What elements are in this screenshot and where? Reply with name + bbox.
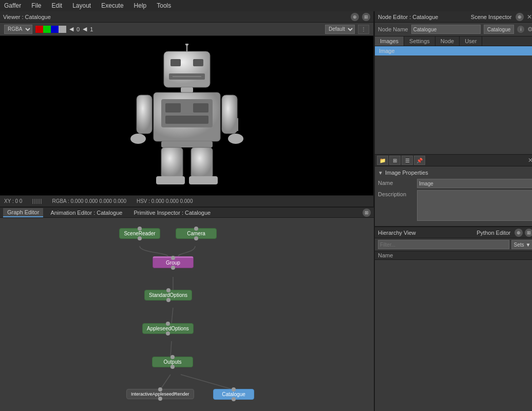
node-port-group-bottom [171,266,175,270]
node-editor-title: Node Editor : Catalogue [378,14,438,20]
menu-help[interactable]: Help [132,1,149,10]
sets-btn[interactable]: Sets ▼ [511,240,532,249]
value2-display: 1 [90,26,93,32]
svg-rect-10 [165,103,181,113]
node-port-irender-bottom [158,397,162,401]
svg-line-24 [172,308,173,323]
tab-primitive-inspector[interactable]: Primitive Inspector : Catalogue [129,209,215,217]
tab-graph-editor[interactable]: Graph Editor [3,208,43,217]
main-layout: Viewer : Catalogue ⊕ ⊞ RGBA ◀ 0 ◀ 1 [0,11,532,411]
svg-rect-7 [181,87,193,92]
hierarchy-header: Hierarchy View Python Editor ⊕ ⊞ [375,227,532,238]
viewer-pin-btn[interactable]: ⊕ [351,13,359,21]
svg-rect-19 [161,147,183,178]
svg-rect-13 [137,95,152,134]
tab-user[interactable]: User [460,36,482,46]
node-editor-header: Node Editor : Catalogue Scene Inspector … [375,11,532,23]
python-editor-title: Python Editor [477,230,510,236]
chevron-icon[interactable]: ▼ [378,170,383,176]
image-properties: ▼ Image Properties Name Description [375,166,532,226]
node-port-outputs-bottom [170,365,175,369]
svg-rect-2 [193,59,203,66]
left-panel: Viewer : Catalogue ⊕ ⊞ RGBA ◀ 0 ◀ 1 [0,11,374,411]
scene-inspector-title: Scene Inspector [471,14,512,20]
tab-animation-editor[interactable]: Animation Editor : Catalogue [46,209,126,217]
node-standard-options[interactable]: StandardOptions [144,290,192,301]
tab-images[interactable]: Images [375,36,404,46]
toolbar-copy-btn[interactable]: ⊞ [389,156,401,165]
triangle-icon2: ◀ [83,26,87,32]
prop-desc-row: Description [378,190,532,221]
toolbar-list-btn[interactable]: ☰ [402,156,413,165]
viewer-settings-btn[interactable]: ⋮ [358,25,369,34]
prop-desc-label: Description [378,190,414,197]
info-icon[interactable]: i [517,26,524,33]
catalogue-btn[interactable]: Catalogue [484,25,515,34]
node-port-app-bottom [166,331,170,335]
filter-input[interactable] [378,240,509,249]
svg-rect-22 [189,176,218,184]
menu-edit[interactable]: Edit [49,1,64,10]
hierarchy-columns: Name [375,251,532,260]
viewer-section: Viewer : Catalogue ⊕ ⊞ RGBA ◀ 0 ◀ 1 [0,11,374,207]
graph-canvas[interactable]: SceneReader Camera Group [0,218,374,411]
triangle-icon1: ◀ [69,26,73,32]
tab-settings[interactable]: Settings [404,36,435,46]
menu-file[interactable]: File [29,1,43,10]
viewer-toolbar: RGBA ◀ 0 ◀ 1 Default ⋮ [0,23,373,36]
cb-a [59,26,66,33]
node-editor-close-btn[interactable]: ✕ [526,13,532,21]
image-props-header: ▼ Image Properties [378,170,532,176]
prop-desc-input[interactable] [417,190,532,221]
svg-rect-20 [156,176,185,184]
menubar: Gaffer File Edit Layout Execute Help Too… [0,0,532,11]
viewer-grid-btn[interactable]: ⊞ [362,13,370,21]
channel-select[interactable]: RGBA [4,25,32,34]
connections-svg [0,218,374,411]
viewer-title: Viewer : Catalogue [3,14,348,20]
node-appleseed-options[interactable]: AppleseedOptions [142,323,194,334]
toolbar-pin-btn[interactable]: 📌 [414,156,425,165]
svg-line-25 [170,341,172,357]
image-row-0[interactable]: Image [375,46,532,55]
graph-header: Graph Editor Animation Editor : Catalogu… [0,207,374,218]
svg-rect-15 [222,95,237,134]
image-list-empty [375,55,532,154]
node-toolbar-close-btn[interactable]: ✕ [527,157,532,164]
node-scene-reader[interactable]: SceneReader [119,228,160,239]
svg-rect-21 [191,147,213,178]
svg-rect-12 [165,116,208,124]
hierarchy-pin-btn[interactable]: ⊕ [515,229,523,237]
node-port-camera-top [194,227,198,231]
node-outputs[interactable]: Outputs [152,357,193,367]
preset-select[interactable]: Default [325,25,355,34]
svg-point-6 [185,44,188,46]
gear-icon[interactable]: ⚙ [527,26,532,33]
menu-tools[interactable]: Tools [155,1,173,10]
prop-name-input[interactable] [417,179,532,188]
cb-b [51,26,59,33]
tab-node[interactable]: Node [435,36,460,46]
drag-handle1[interactable] [32,199,42,204]
hierarchy-grid-btn[interactable]: ⊞ [525,229,532,237]
viewer-canvas[interactable] [0,36,373,195]
menu-gaffer[interactable]: Gaffer [2,1,23,10]
node-port-cat-top [232,387,236,391]
graph-grid-btn[interactable]: ⊞ [363,209,371,217]
toolbar-folder-btn[interactable]: 📁 [377,156,388,165]
node-port-std-bottom [166,298,170,302]
node-port-scene-reader-bottom [138,236,142,240]
node-interactive-render[interactable]: InteractiveAppleseedRender [126,389,194,399]
node-editor-section: Node Editor : Catalogue Scene Inspector … [375,11,532,227]
node-port-camera-bottom [194,236,198,240]
menu-execute[interactable]: Execute [99,1,125,10]
prop-name-row: Name [378,179,532,188]
svg-line-27 [181,375,231,389]
image-list: Image [375,46,532,55]
node-catalogue[interactable]: Catalogue [213,389,254,400]
scene-inspector-pin-btn[interactable]: ⊕ [516,13,524,21]
node-name-input[interactable] [411,25,481,34]
menu-layout[interactable]: Layout [70,1,93,10]
node-camera[interactable]: Camera [176,228,217,239]
node-group[interactable]: Group [153,256,194,268]
